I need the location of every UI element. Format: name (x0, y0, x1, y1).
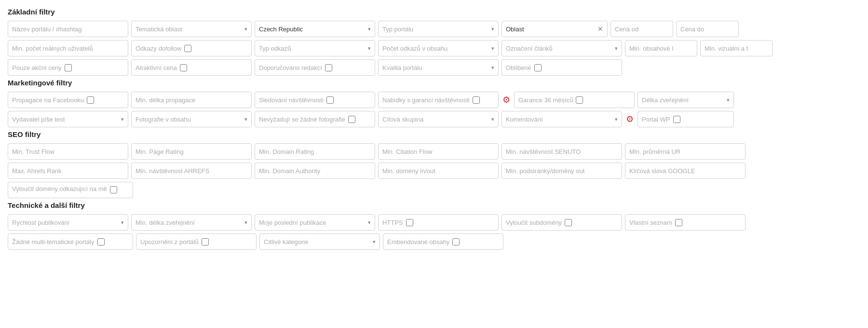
custom-list-checkbox[interactable]: Vlastní seznam (625, 214, 746, 231)
no-multi-thematic-check[interactable] (97, 238, 105, 246)
min-domain-authority-input[interactable] (255, 163, 375, 179)
link-count-select[interactable]: Počet odkazů v obsahu ▾ (378, 40, 499, 56)
attractive-price-checkbox[interactable]: Atraktivní cena (131, 59, 252, 76)
min-content-field[interactable] (629, 45, 693, 52)
min-domain-rating-field[interactable] (259, 148, 371, 155)
min-content-input[interactable] (625, 40, 697, 56)
oblast-select[interactable]: Oblast ✕ (502, 21, 608, 37)
price-from-field[interactable] (615, 26, 669, 33)
dofollow-check[interactable] (184, 45, 191, 52)
min-domain-rating-input[interactable] (255, 143, 375, 160)
recommended-checkbox[interactable]: Doporučováno redakcí (255, 59, 375, 76)
article-mark-select[interactable]: Označení článků ▾ (502, 40, 622, 56)
max-ahrefs-rank-input[interactable] (8, 163, 128, 179)
favorites-check[interactable] (534, 64, 542, 71)
link-type-select[interactable]: Typ odkazů ▾ (255, 40, 375, 56)
attractive-price-check[interactable] (180, 64, 187, 71)
publisher-writes-select[interactable]: Vydavatel píše text ▾ (8, 111, 128, 127)
basic-row-3: Pouze akční ceny Atraktivní cena Doporuč… (8, 59, 860, 76)
min-ahrefs-visits-input[interactable] (131, 163, 252, 179)
exclude-subdomains-checkbox[interactable]: Vyloučit subdomény (502, 214, 622, 231)
min-ahrefs-visits-field[interactable] (136, 167, 247, 175)
min-publish-duration-chevron: ▾ (244, 219, 247, 226)
guarantee-36-check[interactable] (576, 96, 583, 104)
min-users-field[interactable] (12, 45, 124, 52)
exclude-subdomains-label: Vyloučit subdomény (506, 219, 562, 226)
portal-warnings-check[interactable] (202, 238, 209, 246)
min-users-input[interactable] (8, 40, 128, 56)
portal-warnings-checkbox[interactable]: Upozornění z portálů (136, 233, 257, 250)
guaranteed-visits-check[interactable] (473, 96, 480, 104)
min-visual-field[interactable] (705, 45, 768, 52)
min-avg-ur-input[interactable] (625, 143, 746, 160)
action-price-checkbox[interactable]: Pouze akční ceny (8, 59, 128, 76)
photos-in-content-select[interactable]: Fotografie v obsahu ▾ (131, 111, 252, 127)
min-citation-flow-field[interactable] (382, 148, 494, 155)
badge-icon-2: ⚙ (626, 114, 634, 124)
no-photos-checkbox[interactable]: Nevyžadují se žádné fotografie (255, 111, 375, 127)
target-group-select[interactable]: Cílová skupina ▾ (378, 111, 499, 127)
embedded-content-check[interactable] (452, 238, 460, 246)
min-page-rating-field[interactable] (136, 148, 247, 155)
section-seo-title: SEO filtry (8, 130, 860, 138)
no-multi-thematic-checkbox[interactable]: Žádné multi-tématické portály (8, 233, 133, 250)
price-from-input[interactable] (610, 21, 673, 37)
min-page-rating-input[interactable] (131, 143, 252, 160)
last-publication-select[interactable]: Moje poslední publikace ▾ (255, 214, 375, 231)
max-ahrefs-rank-field[interactable] (12, 167, 124, 175)
min-promo-duration-field[interactable] (136, 96, 247, 104)
min-trust-flow-input[interactable] (8, 143, 128, 160)
https-check[interactable] (406, 219, 413, 226)
commenting-select[interactable]: Komentování ▾ (502, 111, 622, 127)
min-senuto-field[interactable] (506, 148, 618, 155)
portal-wp-checkbox[interactable]: Portal WP (637, 111, 734, 127)
publish-duration-select[interactable]: Délka zveřejnění ▾ (637, 92, 734, 108)
favorites-checkbox[interactable]: Oblíbené (502, 59, 622, 76)
section-basic-title: Základní filtry (8, 8, 860, 16)
country-select[interactable]: Czech Republic ▾ (255, 21, 375, 37)
track-visits-check[interactable] (326, 96, 334, 104)
exclude-domains-check[interactable] (110, 186, 117, 193)
portal-name-input[interactable] (8, 21, 128, 37)
min-domain-authority-field[interactable] (259, 167, 371, 175)
oblast-clear-btn[interactable]: ✕ (597, 25, 603, 33)
publish-speed-select[interactable]: Rychlost publikování ▾ (8, 214, 128, 231)
min-visual-input[interactable] (700, 40, 773, 56)
portal-name-field[interactable] (12, 26, 124, 33)
min-avg-ur-field[interactable] (629, 148, 741, 155)
min-trust-flow-field[interactable] (12, 148, 124, 155)
exclude-subdomains-check[interactable] (565, 219, 572, 226)
recommended-check[interactable] (325, 64, 332, 71)
facebook-promo-check[interactable] (87, 96, 94, 104)
min-domains-inout-input[interactable] (378, 163, 499, 179)
guaranteed-visits-checkbox[interactable]: Nabídky s garancí návštěvnosti (378, 92, 499, 108)
google-keywords-field[interactable] (629, 167, 741, 175)
thematic-area-select[interactable]: Tematická oblast ▾ (131, 21, 252, 37)
https-checkbox[interactable]: HTTPS (378, 214, 499, 231)
facebook-promo-checkbox[interactable]: Propagace na Facebooku (8, 92, 128, 108)
google-keywords-input[interactable] (625, 163, 746, 179)
min-promo-duration-input[interactable] (131, 92, 252, 108)
price-to-field[interactable] (680, 26, 734, 33)
country-label: Czech Republic (259, 26, 366, 33)
track-visits-checkbox[interactable]: Sledování návštěvnosti (255, 92, 375, 108)
min-domains-inout-field[interactable] (382, 167, 494, 175)
action-price-check[interactable] (65, 64, 72, 71)
portal-quality-select[interactable]: Kvalita portálu ▾ (378, 59, 499, 76)
technical-row-2: Žádné multi-tématické portály Upozornění… (8, 233, 860, 250)
custom-list-check[interactable] (675, 219, 682, 226)
portal-wp-check[interactable] (673, 116, 680, 123)
min-subpages-field[interactable] (506, 167, 618, 175)
min-citation-flow-input[interactable] (378, 143, 499, 160)
min-subpages-input[interactable] (502, 163, 622, 179)
no-photos-check[interactable] (348, 116, 355, 123)
dofollow-checkbox[interactable]: Odkazy dofollow (131, 40, 252, 56)
min-senuto-input[interactable] (502, 143, 622, 160)
portal-type-select[interactable]: Typ portálu ▾ (378, 21, 499, 37)
sensitive-categories-select[interactable]: Citlivé kategorie ▾ (259, 233, 380, 250)
guarantee-36-checkbox[interactable]: Garance 36 měsíců (514, 92, 635, 108)
min-publish-duration-select[interactable]: Min. délka zveřejnění ▾ (131, 214, 252, 231)
price-to-input[interactable] (676, 21, 739, 37)
exclude-domains-checkbox[interactable]: Vyloučit domény odkazující na mě (8, 182, 133, 198)
embedded-content-checkbox[interactable]: Embendované obsahy (383, 233, 503, 250)
